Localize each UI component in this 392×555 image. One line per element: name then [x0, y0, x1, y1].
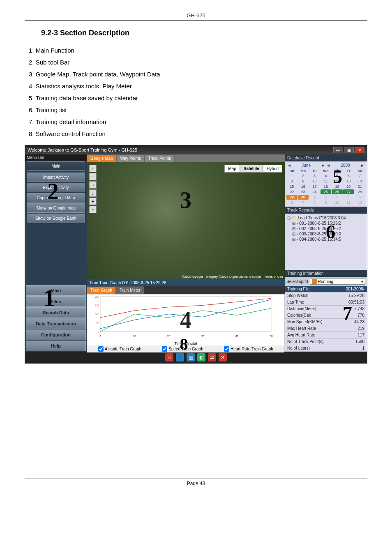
cal-day[interactable]: 22 — [286, 189, 297, 194]
cal-day[interactable]: 1 — [286, 173, 297, 178]
map-type-satellite[interactable]: Satellite — [240, 165, 263, 173]
list-item: 8. Software control Function — [29, 128, 367, 139]
tree-root[interactable]: ⊟ 📁Load Time-7/16/2008 3:04 — [286, 215, 365, 221]
cal-day[interactable]: 13 — [343, 179, 354, 184]
cal-day[interactable]: 26 — [332, 189, 343, 194]
cal-day[interactable]: 11 — [321, 179, 332, 184]
tree-item[interactable]: ⊞ ▪004-2008-6-25:16:34:5 — [286, 237, 365, 242]
sidebar-section-search-data[interactable]: Search Data — [26, 307, 86, 318]
cal-next-year[interactable]: ► — [360, 163, 365, 168]
cal-day[interactable]: 2 — [298, 173, 309, 178]
map-tab-track-points[interactable]: Track Points — [145, 154, 175, 162]
cal-nav-mid[interactable]: ► ◄ — [320, 163, 331, 168]
map-tab-google-map[interactable]: Google Map — [87, 154, 116, 162]
cal-day[interactable]: 11 — [343, 200, 354, 205]
sidebar-section-main[interactable]: Main — [26, 285, 86, 296]
cal-day[interactable]: 23 — [298, 189, 309, 194]
cal-prev-month[interactable]: ◄ — [286, 163, 292, 168]
cal-day[interactable]: 15 — [286, 184, 297, 189]
cal-day[interactable]: 21 — [354, 184, 365, 189]
cal-day[interactable]: 9 — [321, 200, 332, 205]
cal-day[interactable]: 12 — [354, 200, 365, 205]
zoom-btn[interactable]: ← — [89, 173, 97, 180]
status-icon[interactable]: 👤 — [176, 353, 184, 362]
cal-day[interactable]: 19 — [332, 184, 343, 189]
cal-day[interactable]: 14 — [354, 179, 365, 184]
zoom-btn[interactable]: → — [89, 181, 97, 189]
sidebar-header-main[interactable]: Main — [27, 161, 85, 171]
zoom-btn[interactable]: − — [89, 206, 97, 213]
cal-day[interactable]: 27 — [343, 189, 354, 194]
cal-day[interactable]: 6 — [343, 173, 354, 178]
chart-checkbox[interactable]: Heart Rate Train Graph — [224, 346, 273, 352]
zoom-btn[interactable]: + — [89, 198, 97, 205]
status-icon[interactable]: ▥ — [187, 353, 195, 362]
cal-day[interactable]: 16 — [298, 184, 309, 189]
zoom-btn[interactable]: ↓ — [89, 189, 97, 197]
map-tab-way-points[interactable]: Way Points — [116, 154, 144, 162]
map-area[interactable]: ↑←→↓+− MapSatelliteHybrid ©2008 Google -… — [87, 162, 285, 279]
cal-day[interactable]: 3 — [332, 195, 343, 200]
status-icon[interactable]: ✕ — [219, 353, 227, 362]
checkbox-input[interactable] — [224, 346, 229, 352]
cal-day[interactable]: 6 — [286, 200, 297, 205]
chart-checkbox[interactable]: Speed Train Graph — [162, 346, 203, 352]
status-icon[interactable]: ⇄ — [208, 353, 216, 362]
cal-day[interactable]: 8 — [286, 179, 297, 184]
sidebar-item-show-on-google-earth[interactable]: Show on Google Earth — [27, 214, 85, 223]
sidebar-section-files[interactable]: Files — [26, 296, 86, 307]
cal-day[interactable]: 7 — [298, 200, 309, 205]
graph-tab-train-graph[interactable]: Train Graph — [87, 286, 116, 294]
sidebar-item-capture-google-map[interactable]: Capture Google Map — [27, 193, 85, 203]
cal-day[interactable]: 5 — [332, 173, 343, 178]
cal-day[interactable]: 4 — [321, 173, 332, 178]
info-value: 44.23 — [354, 320, 364, 324]
sidebar-section-help[interactable]: Help — [26, 341, 86, 351]
maximize-button[interactable]: ▣ — [344, 147, 354, 153]
sidebar-item-export-activity[interactable]: Export Activity — [27, 183, 85, 192]
cal-day[interactable]: 25 — [321, 189, 332, 194]
checkbox-input[interactable] — [162, 346, 167, 352]
cal-day[interactable]: 12 — [332, 179, 343, 184]
chart-checkbox[interactable]: Altitude Train Graph — [98, 346, 141, 352]
cal-day[interactable]: 10 — [309, 179, 320, 184]
map-type-hybrid[interactable]: Hybrid — [263, 165, 282, 173]
tree-item[interactable]: ⊞ ▪001-2008-6-25:15:29:2 — [286, 221, 365, 226]
cal-day[interactable]: 20 — [343, 184, 354, 189]
cal-day[interactable]: 2 — [321, 195, 332, 200]
sidebar-section-data-transmission[interactable]: Data Transmission — [26, 318, 86, 329]
cal-day[interactable]: 3 — [309, 173, 320, 178]
sidebar-item-show-on-google-map[interactable]: Show on Google map — [27, 203, 85, 213]
graph-tab-train-meter[interactable]: Train Meter — [116, 286, 144, 294]
zoom-btn[interactable]: ↑ — [89, 165, 97, 172]
sport-dropdown[interactable]: Running ▾ — [310, 278, 365, 285]
cal-day[interactable]: 7 — [354, 173, 365, 178]
info-key: Lap Time — [287, 300, 304, 304]
cal-day[interactable]: 30 — [298, 195, 309, 200]
cal-day[interactable]: 5 — [354, 195, 365, 200]
status-icon[interactable]: ◐ — [197, 353, 205, 362]
annotation-4: 4 — [180, 307, 191, 333]
sidebar-section-configuration[interactable]: Configuration — [26, 329, 86, 340]
cal-day[interactable]: 8 — [309, 200, 320, 205]
close-button[interactable]: ✕ — [355, 147, 364, 153]
tree-item[interactable]: ⊞ ▪003-2008-6-25:16:30:0 — [286, 231, 365, 237]
minimize-button[interactable]: — — [333, 147, 343, 153]
tree-item[interactable]: ⊞ ▪002-2008-6-25:16:26:2 — [286, 226, 365, 231]
status-icon[interactable]: ⌂ — [165, 353, 173, 362]
cal-day[interactable]: 24 — [309, 189, 320, 194]
cal-day[interactable]: 10 — [332, 200, 343, 205]
calendar[interactable]: ◄ June ► ◄ 2008 ► SuMoTuWeThFrSa12345678… — [285, 161, 367, 207]
checkbox-input[interactable] — [98, 346, 104, 352]
cal-day[interactable]: 17 — [309, 184, 320, 189]
annotation-3: 3 — [180, 187, 191, 213]
cal-day[interactable]: 1 — [309, 195, 320, 200]
track-tree[interactable]: ⊟ 📁Load Time-7/16/2008 3:04 ⊞ ▪001-2008-… — [285, 214, 367, 270]
map-type-map[interactable]: Map — [224, 165, 240, 173]
cal-day[interactable]: 28 — [354, 189, 365, 194]
cal-day[interactable]: 9 — [298, 179, 309, 184]
cal-day[interactable]: 4 — [343, 195, 354, 200]
sidebar-item-import-activity[interactable]: Import Activity — [27, 173, 85, 182]
cal-day[interactable]: 18 — [321, 184, 332, 189]
cal-day[interactable]: 29 — [286, 195, 297, 200]
